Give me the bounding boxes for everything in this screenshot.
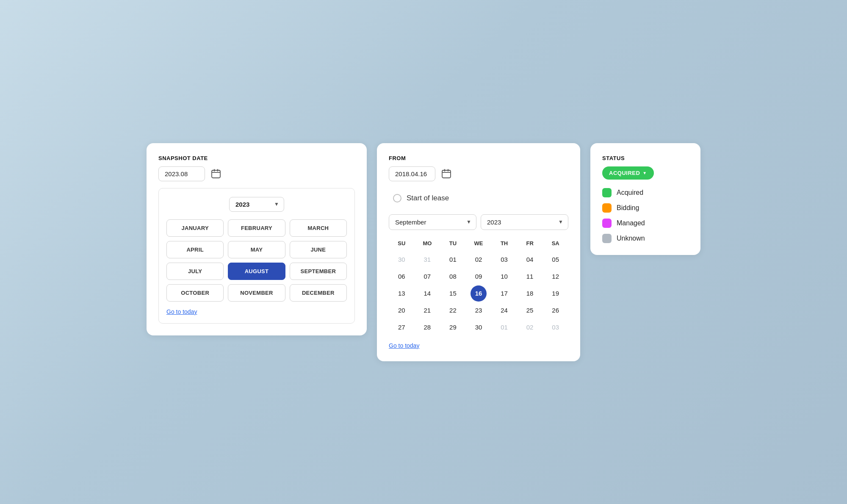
cal-cell-12[interactable]: 12 xyxy=(548,269,564,285)
cal-year-dropdown-wrapper[interactable]: 2021 2022 2023 2024 ▼ xyxy=(481,214,568,230)
from-date-row: 2018.04.16 xyxy=(389,166,568,181)
month-btn-november[interactable]: NOVEMBER xyxy=(228,284,285,302)
cal-header-sa: SA xyxy=(543,238,568,249)
cal-cell-20[interactable]: 20 xyxy=(393,302,410,318)
month-btn-march[interactable]: MARCH xyxy=(290,219,347,237)
year-selector: 2023 2022 2024 ▼ xyxy=(166,197,347,212)
snapshot-go-to-today[interactable]: Go to today xyxy=(166,308,197,315)
month-btn-september[interactable]: SEPTEMBER xyxy=(290,263,347,280)
cal-cell-21[interactable]: 21 xyxy=(419,302,435,318)
status-badge[interactable]: ACQUIRED ▼ xyxy=(602,166,654,180)
month-btn-april[interactable]: APRIL xyxy=(166,241,224,258)
cal-cell-06[interactable]: 06 xyxy=(393,269,410,285)
start-of-lease-row: Start of lease xyxy=(389,188,568,208)
cal-header-row: SUMOTUWETHFRSA xyxy=(389,238,568,249)
cal-cell-10[interactable]: 10 xyxy=(496,269,512,285)
start-of-lease-radio[interactable] xyxy=(393,194,401,202)
cal-cell-22[interactable]: 22 xyxy=(445,302,461,318)
status-item-label-bidding: Bidding xyxy=(617,204,639,212)
cal-cell-27[interactable]: 27 xyxy=(393,319,410,335)
cal-cell-16[interactable]: 16 xyxy=(471,285,487,302)
month-btn-may[interactable]: MAY xyxy=(228,241,285,258)
status-dot-green xyxy=(602,188,612,197)
month-select[interactable]: January February March April May June Ju… xyxy=(389,214,476,230)
status-dot-gray xyxy=(602,234,612,243)
cal-cell-02[interactable]: 02 xyxy=(471,252,487,268)
snapshot-card: SNAPSHOT DATE 2023.08 2023 2022 2024 xyxy=(147,143,367,335)
month-btn-february[interactable]: FEBRUARY xyxy=(228,219,285,237)
cal-header-th: TH xyxy=(491,238,517,249)
cal-cell-03-muted: 03 xyxy=(548,319,564,335)
cal-cell-31-muted: 31 xyxy=(419,252,435,268)
cal-header-su: SU xyxy=(389,238,415,249)
cal-cell-04[interactable]: 04 xyxy=(522,252,538,268)
snapshot-label: SNAPSHOT DATE xyxy=(158,155,355,161)
cal-cell-24[interactable]: 24 xyxy=(496,302,512,318)
status-label: STATUS xyxy=(602,155,689,161)
status-item-acquired[interactable]: Acquired xyxy=(602,188,689,197)
status-item-bidding[interactable]: Bidding xyxy=(602,203,689,213)
month-btn-july[interactable]: JULY xyxy=(166,263,224,280)
year-dropdown-wrapper[interactable]: 2023 2022 2024 ▼ xyxy=(229,197,284,212)
month-btn-august[interactable]: AUGUST xyxy=(228,263,285,280)
cal-cell-26[interactable]: 26 xyxy=(548,302,564,318)
snapshot-calendar-icon[interactable] xyxy=(209,167,223,180)
cal-cell-29[interactable]: 29 xyxy=(445,319,461,335)
cal-row-4: 27282930010203 xyxy=(389,319,568,335)
cal-cell-05[interactable]: 05 xyxy=(548,252,564,268)
cal-cell-17[interactable]: 17 xyxy=(496,285,512,302)
main-container: SNAPSHOT DATE 2023.08 2023 2022 2024 xyxy=(147,143,700,361)
snapshot-date-row: 2023.08 xyxy=(158,166,355,181)
cal-cell-11[interactable]: 11 xyxy=(522,269,538,285)
cal-cell-13[interactable]: 13 xyxy=(393,285,410,302)
month-btn-october[interactable]: OCTOBER xyxy=(166,284,224,302)
from-go-to-today[interactable]: Go to today xyxy=(389,342,419,349)
cal-cell-23[interactable]: 23 xyxy=(471,302,487,318)
cal-header-fr: FR xyxy=(517,238,543,249)
cal-cell-19[interactable]: 19 xyxy=(548,285,564,302)
cal-body: 3031010203040506070809101112131415161718… xyxy=(389,252,568,335)
cal-cell-18[interactable]: 18 xyxy=(522,285,538,302)
cal-header-tu: TU xyxy=(440,238,466,249)
status-dot-orange xyxy=(602,203,612,213)
svg-rect-0 xyxy=(212,170,220,178)
month-btn-january[interactable]: JANUARY xyxy=(166,219,224,237)
calendar-controls: January February March April May June Ju… xyxy=(389,214,568,230)
status-dot-pink xyxy=(602,219,612,228)
cal-cell-15[interactable]: 15 xyxy=(445,285,461,302)
status-item-label-managed: Managed xyxy=(617,219,645,227)
cal-cell-02-muted: 02 xyxy=(522,319,538,335)
status-item-label-unknown: Unknown xyxy=(617,235,645,242)
cal-cell-28[interactable]: 28 xyxy=(419,319,435,335)
cal-cell-07[interactable]: 07 xyxy=(419,269,435,285)
month-dropdown-wrapper[interactable]: January February March April May June Ju… xyxy=(389,214,476,230)
status-badge-chevron: ▼ xyxy=(642,171,647,175)
svg-rect-4 xyxy=(442,170,451,178)
cal-row-1: 06070809101112 xyxy=(389,269,568,285)
cal-cell-14[interactable]: 14 xyxy=(419,285,435,302)
month-btn-december[interactable]: DECEMBER xyxy=(290,284,347,302)
cal-cell-30[interactable]: 30 xyxy=(471,319,487,335)
cal-cell-03[interactable]: 03 xyxy=(496,252,512,268)
cal-cell-01[interactable]: 01 xyxy=(445,252,461,268)
cal-cell-09[interactable]: 09 xyxy=(471,269,487,285)
status-card: STATUS ACQUIRED ▼ AcquiredBiddingManaged… xyxy=(590,143,700,255)
status-list: AcquiredBiddingManagedUnknown xyxy=(602,188,689,243)
month-btn-june[interactable]: JUNE xyxy=(290,241,347,258)
cal-cell-08[interactable]: 08 xyxy=(445,269,461,285)
snapshot-date-input[interactable]: 2023.08 xyxy=(158,166,205,181)
status-item-label-acquired: Acquired xyxy=(617,189,643,197)
year-dropdown[interactable]: 2023 2022 2024 xyxy=(229,197,284,212)
months-grid: JANUARYFEBRUARYMARCHAPRILMAYJUNEJULYAUGU… xyxy=(166,219,347,302)
from-date-input[interactable]: 2018.04.16 xyxy=(389,166,435,181)
status-item-managed[interactable]: Managed xyxy=(602,219,689,228)
from-card: FROM 2018.04.16 Start of lease January F… xyxy=(377,143,580,361)
from-calendar-icon[interactable] xyxy=(440,167,453,180)
cal-header-we: WE xyxy=(466,238,492,249)
calendar-grid: SUMOTUWETHFRSA 3031010203040506070809101… xyxy=(389,238,568,335)
cal-cell-25[interactable]: 25 xyxy=(522,302,538,318)
start-of-lease-text: Start of lease xyxy=(407,194,449,202)
month-picker: 2023 2022 2024 ▼ JANUARYFEBRUARYMARCHAPR… xyxy=(158,188,355,324)
status-item-unknown[interactable]: Unknown xyxy=(602,234,689,243)
cal-year-select[interactable]: 2021 2022 2023 2024 xyxy=(481,214,568,230)
